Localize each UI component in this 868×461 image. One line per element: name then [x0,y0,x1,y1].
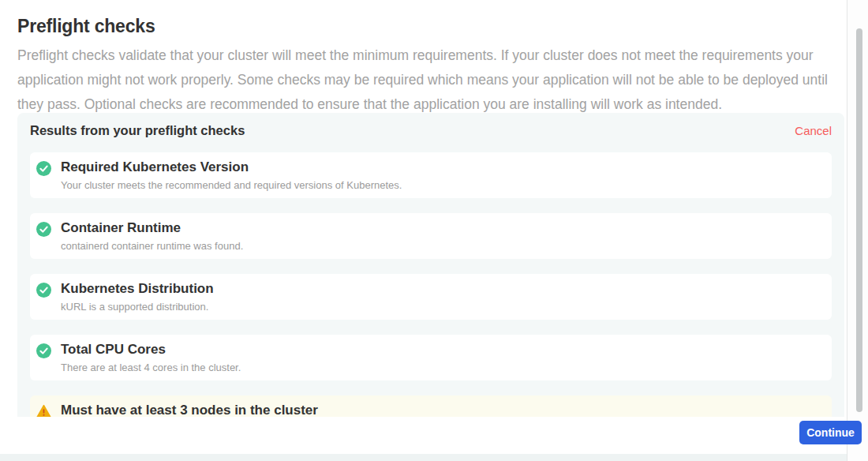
preflight-results-panel: Results from your preflight checks Cance… [17,113,844,417]
check-circle-icon [36,283,51,298]
page-description: Preflight checks validate that your clus… [17,43,843,117]
check-result-row: Kubernetes Distribution kURL is a suppor… [30,274,832,320]
check-circle-icon [36,222,51,237]
scrollbar-track[interactable] [847,0,868,461]
check-title: Must have at least 3 nodes in the cluste… [61,403,318,417]
check-message: Your cluster meets the recommended and r… [61,179,402,191]
panel-header: Results from your preflight checks Cance… [30,123,832,138]
check-title: Total CPU Cores [61,342,241,358]
check-title: Required Kubernetes Version [61,159,402,175]
check-result-row: Required Kubernetes Version Your cluster… [30,152,832,198]
panel-title: Results from your preflight checks [30,123,245,138]
check-result-list: Required Kubernetes Version Your cluster… [30,152,832,417]
check-message: There are at least 4 cores in the cluste… [61,362,241,373]
footer-bar [0,417,847,454]
page-background-strip [0,454,847,461]
check-circle-icon [36,343,51,358]
check-result-row: Must have at least 3 nodes in the cluste… [30,395,832,417]
scrollbar-thumb[interactable] [856,28,862,412]
cancel-link[interactable]: Cancel [795,124,832,137]
check-message: kURL is a supported distribution. [61,301,214,313]
check-message: containerd container runtime was found. [61,240,243,252]
warning-triangle-icon [36,404,51,417]
check-result-row: Total CPU Cores There are at least 4 cor… [30,335,832,380]
continue-button[interactable]: Continue [799,421,862,444]
check-title: Kubernetes Distribution [61,281,214,297]
check-result-row: Container Runtime containerd container r… [30,213,832,259]
page-title: Preflight checks [17,16,155,37]
check-title: Container Runtime [61,220,243,236]
check-circle-icon [36,161,51,176]
